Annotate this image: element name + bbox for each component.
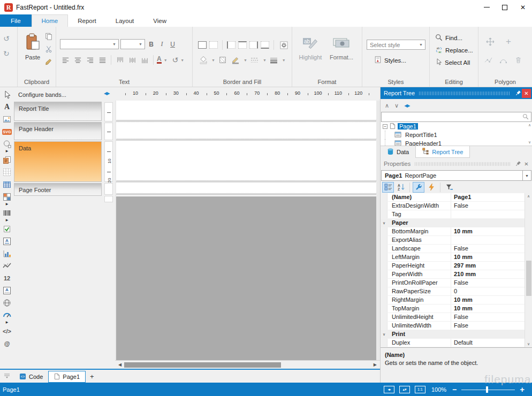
actual-size-button[interactable]: 1:1 <box>415 386 425 393</box>
property-row-duplex[interactable]: DuplexDefault <box>381 339 525 347</box>
tree-collapse-arrows[interactable]: ◀▶ <box>404 103 409 108</box>
property-row-extradesignwidth[interactable]: ExtraDesignWidthFalse <box>381 202 525 210</box>
panel-tab-data[interactable]: Data <box>381 146 415 158</box>
replace-button[interactable]: abacReplace... <box>435 46 473 55</box>
property-value[interactable]: False <box>451 322 525 330</box>
panel-tab-report-tree[interactable]: Report Tree <box>415 146 470 158</box>
property-row-paperwidth[interactable]: PaperWidth210 mm <box>381 270 525 279</box>
band-data[interactable]: Data <box>14 141 102 182</box>
document-tab-code[interactable]: <>Code <box>14 371 48 383</box>
font-color-dropdown[interactable]: ▼ <box>164 58 168 62</box>
align-left-button[interactable] <box>60 55 71 65</box>
tree-item-page1[interactable]: −Page1 <box>381 122 532 131</box>
add-page-button[interactable]: + <box>86 370 98 383</box>
alphabetical-sort-button[interactable]: AZ <box>395 182 407 193</box>
category-chevron-icon[interactable]: ∨ <box>381 219 387 227</box>
tab-file[interactable]: File <box>0 14 32 27</box>
property-row-paperheight[interactable]: PaperHeight297 mm <box>381 262 525 270</box>
advanced-matrix-tool-flyout-arrow[interactable]: ▶ <box>6 203 9 207</box>
polygon-bend-button[interactable] <box>483 55 493 65</box>
align-justify-button[interactable] <box>97 55 108 65</box>
property-value[interactable]: False <box>451 202 525 210</box>
property-value[interactable]: False <box>451 313 525 321</box>
select-all-button[interactable]: Select All <box>435 58 470 66</box>
properties-close-icon[interactable]: ✕ <box>522 159 531 169</box>
italic-button[interactable]: I <box>157 40 166 48</box>
redo-button[interactable]: ↻ <box>3 49 10 58</box>
zoom-slider[interactable] <box>461 386 515 393</box>
border-properties-button[interactable] <box>278 40 289 50</box>
scrollbar-thumb[interactable] <box>124 362 281 368</box>
tree-expander-icon[interactable]: − <box>383 124 387 129</box>
move-down-button[interactable]: ∨ <box>394 102 399 109</box>
font-size-combo[interactable]: ▼ <box>120 39 145 49</box>
prop-scroll-up[interactable]: ∧ <box>525 194 532 199</box>
tree-scroll-down[interactable]: ∨ <box>528 140 531 144</box>
band-report-title[interactable]: Report Title <box>14 102 102 121</box>
line-width-button[interactable] <box>269 55 279 65</box>
text-tool-icon[interactable]: A <box>1 102 13 112</box>
subreport-tool-icon[interactable] <box>1 155 13 165</box>
property-row-landscape[interactable]: LandscapeFalse <box>381 245 525 253</box>
properties-scrollbar[interactable]: ∧ ∨ <box>525 193 532 347</box>
zoom-in-button[interactable]: + <box>520 385 525 394</box>
svg-tool-icon[interactable]: SVG <box>1 126 13 137</box>
prop-scroll-down[interactable]: ∨ <box>525 342 532 346</box>
border-all-button[interactable] <box>198 41 207 49</box>
border-bottom-button[interactable] <box>261 41 269 49</box>
highlight-button[interactable]: ab Highlight <box>297 34 324 60</box>
format-button[interactable]: Format... <box>328 34 355 60</box>
property-value[interactable] <box>451 236 525 244</box>
border-top-button[interactable] <box>238 41 247 49</box>
band-panel-collapse-arrows[interactable]: ◀▶ <box>104 91 116 96</box>
advanced-matrix-tool-icon[interactable] <box>1 192 13 202</box>
barcode-tool-flyout-arrow[interactable]: ▶ <box>6 219 9 223</box>
tree-item-pageheader1[interactable]: PageHeader1 <box>381 139 532 146</box>
html-tool-icon[interactable]: </> <box>1 326 13 337</box>
maximize-button[interactable] <box>496 1 514 14</box>
font-name-combo[interactable]: ▼ <box>60 39 119 49</box>
valign-center-button[interactable] <box>127 55 138 65</box>
polygon-curve-button[interactable] <box>498 55 508 65</box>
fill-color-button[interactable] <box>198 55 209 65</box>
picture-tool-icon[interactable] <box>1 114 13 125</box>
tab-home[interactable]: Home <box>32 14 69 27</box>
line-style-button[interactable] <box>249 55 260 65</box>
report-page-canvas[interactable] <box>116 101 376 196</box>
minimize-button[interactable] <box>477 1 496 14</box>
polygon-add-point-button[interactable]: + <box>503 36 514 47</box>
fit-page-width-button[interactable]: ◂▸ <box>384 386 394 393</box>
property-value[interactable]: 0 <box>451 287 525 295</box>
dotted-text-tool-icon[interactable]: A <box>1 285 13 296</box>
property-row-unlimitedheight[interactable]: UnlimitedHeightFalse <box>381 313 525 322</box>
property-row-leftmargin[interactable]: LeftMargin10 mm <box>381 253 525 262</box>
property-value[interactable]: False <box>451 245 525 253</box>
scroll-left-arrow[interactable]: ◀ <box>118 362 121 367</box>
tree-item-reporttitle1[interactable]: ReportTitle1 <box>381 131 532 139</box>
band-separator[interactable] <box>116 120 376 122</box>
border-none-button[interactable] <box>209 41 218 49</box>
cellular-text-tool-icon[interactable]: A <box>1 236 13 247</box>
select-tool-icon[interactable] <box>1 89 13 100</box>
property-value[interactable] <box>451 210 525 218</box>
filter-button[interactable] <box>443 182 455 193</box>
tab-view[interactable]: View <box>143 14 176 27</box>
property-value[interactable]: Page1 <box>451 193 525 201</box>
property-value[interactable]: 10 mm <box>451 253 525 261</box>
fill-color-dropdown[interactable]: ▼ <box>211 58 215 62</box>
property-category-print[interactable]: ∨Print <box>381 330 525 339</box>
copy-button[interactable] <box>43 31 54 42</box>
close-button[interactable]: ✕ <box>514 1 532 14</box>
property-row-name[interactable]: (Name)Page1 <box>381 193 525 202</box>
scroll-right-arrow[interactable]: ▶ <box>374 362 377 367</box>
properties-pin-icon[interactable] <box>514 161 522 167</box>
line-style-dropdown[interactable]: ▼ <box>263 58 267 62</box>
bold-button[interactable]: B <box>147 41 156 48</box>
text-rotation-dropdown[interactable]: ▼ <box>180 58 184 62</box>
polygon-move-button[interactable] <box>485 36 496 47</box>
tree-search-input[interactable] <box>382 113 520 121</box>
property-category-paper[interactable]: ∨Paper <box>381 219 525 227</box>
pin-icon[interactable] <box>514 90 522 97</box>
line-color-button[interactable] <box>230 55 241 65</box>
gauge-tool-icon[interactable] <box>1 310 13 321</box>
